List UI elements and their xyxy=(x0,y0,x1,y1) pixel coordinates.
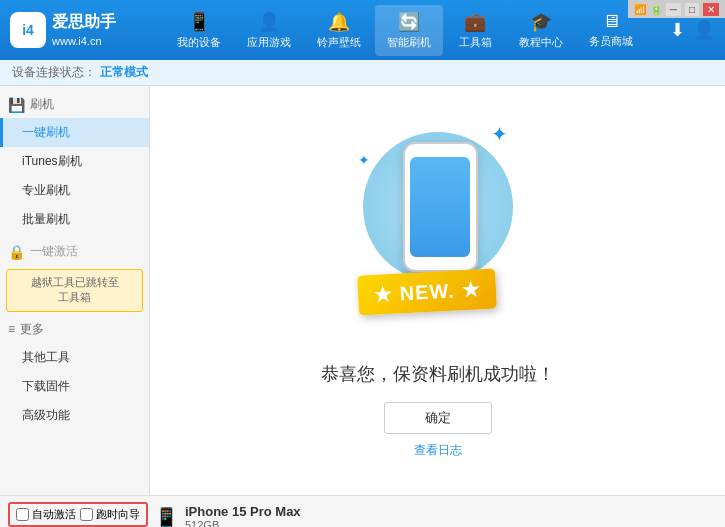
phone-screen xyxy=(410,157,470,257)
tutorial-label: 教程中心 xyxy=(519,35,563,50)
content-area: ✦ ✦ ★ NEW. ★ 恭喜您，保资料刷机成功啦！ 确定 查看日志 xyxy=(150,86,725,495)
logo-url: www.i4.cn xyxy=(52,34,116,49)
device-storage: 512GB xyxy=(185,519,301,527)
time-guide-text: 跑时向导 xyxy=(96,507,140,522)
time-guide-checkbox[interactable] xyxy=(80,508,93,521)
toolbox-icon: 💼 xyxy=(464,11,486,33)
sidebar-activate-header: 🔒 一键激活 xyxy=(0,238,149,265)
logo-area: i4 爱思助手 www.i4.cn xyxy=(10,11,140,49)
more-icon: ≡ xyxy=(8,322,15,336)
sidebar-item-batch-flash[interactable]: 批量刷机 xyxy=(0,205,149,234)
log-link[interactable]: 查看日志 xyxy=(414,442,462,459)
sidebar-item-advanced[interactable]: 高级功能 xyxy=(0,401,149,430)
device-info: 📱 iPhone 15 Pro Max 512GB iPhone xyxy=(154,502,301,527)
main-layout: 💾 刷机 一键刷机 iTunes刷机 专业刷机 批量刷机 🔒 xyxy=(0,86,725,495)
nav-tab-my-device[interactable]: 📱 我的设备 xyxy=(165,5,233,56)
success-text: 恭喜您，保资料刷机成功啦！ xyxy=(321,362,555,386)
nav-tabs: 📱 我的设备 👤 应用游戏 🔔 铃声壁纸 🔄 智能刷机 💼 工具箱 🎓 xyxy=(140,5,670,56)
device-name: iPhone 15 Pro Max xyxy=(185,504,301,519)
auto-activate-text: 自动激活 xyxy=(32,507,76,522)
header-right: ⬇ 👤 xyxy=(670,19,715,41)
user-button[interactable]: 👤 xyxy=(693,19,715,41)
sidebar-item-download-firmware[interactable]: 下载固件 xyxy=(0,372,149,401)
wifi-icon: 📶 xyxy=(634,4,646,15)
nav-tab-ringtone[interactable]: 🔔 铃声壁纸 xyxy=(305,5,373,56)
sparkle-left: ✦ xyxy=(358,152,370,168)
close-button[interactable]: ✕ xyxy=(703,3,719,16)
app-games-icon: 👤 xyxy=(258,11,280,33)
my-device-label: 我的设备 xyxy=(177,35,221,50)
status-value: 正常模式 xyxy=(100,64,148,81)
sidebar-item-other-tools[interactable]: 其他工具 xyxy=(0,343,149,372)
logo-main-text: 爱思助手 xyxy=(52,11,116,33)
ringtone-label: 铃声壁纸 xyxy=(317,35,361,50)
auto-activate-label[interactable]: 自动激活 xyxy=(16,507,76,522)
smart-flash-icon: 🔄 xyxy=(398,11,420,33)
tutorial-icon: 🎓 xyxy=(530,11,552,33)
sidebar-section-activate: 🔒 一键激活 越狱工具已跳转至工具箱 xyxy=(0,238,149,312)
auto-activate-checkbox[interactable] xyxy=(16,508,29,521)
device-details: iPhone 15 Pro Max 512GB iPhone xyxy=(185,504,301,527)
minimize-button[interactable]: ─ xyxy=(666,3,681,16)
sparkle-top-right: ✦ xyxy=(491,122,508,146)
toolbox-label: 工具箱 xyxy=(459,35,492,50)
sidebar-more-header: ≡ 更多 xyxy=(0,316,149,343)
app-games-label: 应用游戏 xyxy=(247,35,291,50)
sidebar-section-flash: 💾 刷机 一键刷机 iTunes刷机 专业刷机 批量刷机 xyxy=(0,91,149,234)
status-bar: 设备连接状态： 正常模式 xyxy=(0,60,725,86)
sidebar-item-one-key-flash[interactable]: 一键刷机 xyxy=(0,118,149,147)
my-device-icon: 📱 xyxy=(188,11,210,33)
sidebar-item-pro-flash[interactable]: 专业刷机 xyxy=(0,176,149,205)
battery-icon: 🔋 xyxy=(650,4,662,15)
window-controls: 📶 🔋 ─ □ ✕ xyxy=(628,0,725,18)
new-badge: ★ NEW. ★ xyxy=(357,268,497,315)
confirm-button[interactable]: 确定 xyxy=(384,402,492,434)
flash-section-icon: 💾 xyxy=(8,97,25,113)
ringtone-icon: 🔔 xyxy=(328,11,350,33)
time-guide-label[interactable]: 跑时向导 xyxy=(80,507,140,522)
phone-body xyxy=(403,142,478,272)
logo-icon: i4 xyxy=(10,12,46,48)
sidebar: 💾 刷机 一键刷机 iTunes刷机 专业刷机 批量刷机 🔒 xyxy=(0,86,150,495)
nav-tab-toolbox[interactable]: 💼 工具箱 xyxy=(445,5,505,56)
sidebar-item-itunes-flash[interactable]: iTunes刷机 xyxy=(0,147,149,176)
sidebar-section-more: ≡ 更多 其他工具 下载固件 高级功能 xyxy=(0,316,149,430)
device-phone-icon: 📱 xyxy=(154,506,179,527)
status-label: 设备连接状态： xyxy=(12,64,96,81)
phone-illustration: ✦ ✦ ★ NEW. ★ xyxy=(348,122,528,342)
logo-icon-text: i4 xyxy=(22,22,34,38)
activate-label: 一键激活 xyxy=(30,243,78,260)
sidebar-flash-header: 💾 刷机 xyxy=(0,91,149,118)
flash-section-label: 刷机 xyxy=(30,96,54,113)
maximize-button[interactable]: □ xyxy=(685,3,699,16)
service-icon: 🖥 xyxy=(602,11,620,32)
nav-tab-app-games[interactable]: 👤 应用游戏 xyxy=(235,5,303,56)
download-button[interactable]: ⬇ xyxy=(670,19,685,41)
header: i4 爱思助手 www.i4.cn 📱 我的设备 👤 应用游戏 🔔 铃声壁纸 🔄 xyxy=(0,0,725,60)
smart-flash-label: 智能刷机 xyxy=(387,35,431,50)
logo-text: 爱思助手 www.i4.cn xyxy=(52,11,116,49)
sidebar-notice: 越狱工具已跳转至工具箱 xyxy=(6,269,143,312)
nav-tab-smart-flash[interactable]: 🔄 智能刷机 xyxy=(375,5,443,56)
checkbox-group: 自动激活 跑时向导 xyxy=(8,502,148,527)
service-label: 务员商城 xyxy=(589,34,633,49)
nav-tab-tutorial[interactable]: 🎓 教程中心 xyxy=(507,5,575,56)
lock-icon: 🔒 xyxy=(8,244,25,260)
bottom-area: 自动激活 跑时向导 📱 iPhone 15 Pro Max 512GB iPho… xyxy=(0,495,725,527)
more-label: 更多 xyxy=(20,321,44,338)
